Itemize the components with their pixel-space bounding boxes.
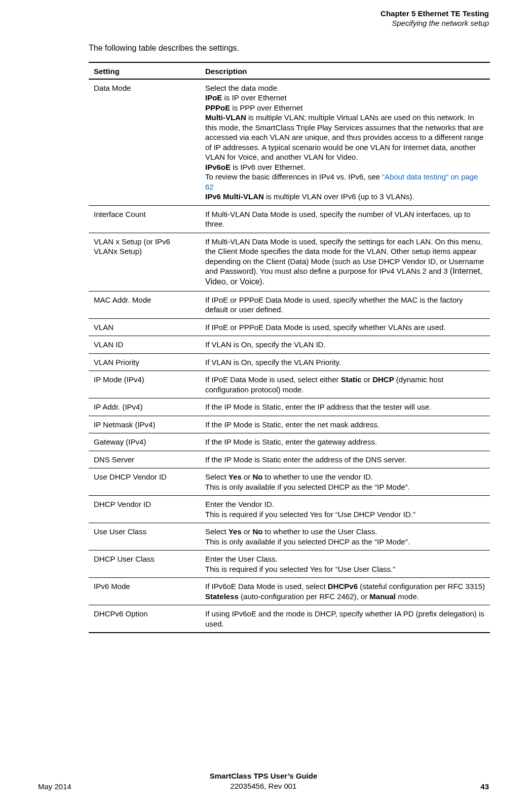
footer-center: SmartClass TPS User’s Guide 22035456, Re…: [38, 771, 489, 791]
setting-name: Use DHCP Vendor ID: [89, 468, 200, 496]
page-footer: SmartClass TPS User’s Guide 22035456, Re…: [38, 771, 489, 791]
setting-desc: If IPv6oE Data Mode is used, select DHCP…: [200, 578, 490, 605]
setting-desc: If IPoE or PPPoE Data Mode is used, spec…: [200, 318, 490, 336]
setting-name: Interface Count: [89, 205, 200, 233]
col-description: Description: [200, 62, 490, 79]
table-row: IPv6 Mode If IPv6oE Data Mode is used, s…: [89, 578, 490, 605]
table-row: Data Mode Select the data mode. IPoE is …: [89, 79, 490, 206]
setting-desc: If Multi-VLAN Data Mode is used, specify…: [200, 233, 490, 291]
setting-name: IPv6 Mode: [89, 578, 200, 605]
setting-desc: Enter the Vendor ID. This is required if…: [200, 496, 490, 523]
setting-name: MAC Addr. Mode: [89, 291, 200, 318]
table-row: Use User Class Select Yes or No to wheth…: [89, 523, 490, 551]
page-header: Chapter 5 Ethernet TE Testing Specifying…: [38, 9, 489, 28]
setting-desc: Select Yes or No to whether to use the v…: [200, 468, 490, 496]
setting-name: DNS Server: [89, 451, 200, 468]
page-number: 43: [480, 782, 489, 791]
setting-name: Gateway (IPv4): [89, 433, 200, 451]
footer-date: May 2014: [38, 782, 71, 791]
section-title: Specifying the network setup: [38, 19, 489, 28]
table-row: Gateway (IPv4) If the IP Mode is Static,…: [89, 433, 490, 451]
table-row: DNS Server If the IP Mode is Static ente…: [89, 451, 490, 468]
setting-name: DHCP User Class: [89, 551, 200, 578]
setting-desc: If IPoE or PPPoE Data Mode is used, spec…: [200, 291, 490, 318]
setting-name: DHCP Vendor ID: [89, 496, 200, 523]
table-row: DHCP User Class Enter the User Class. Th…: [89, 551, 490, 578]
settings-table: Setting Description Data Mode Select the…: [89, 62, 490, 634]
chapter-title: Chapter 5 Ethernet TE Testing: [38, 9, 489, 19]
setting-name: VLAN: [89, 318, 200, 336]
setting-desc: Enter the User Class. This is required i…: [200, 551, 490, 578]
table-header-row: Setting Description: [89, 62, 490, 79]
table-row: VLAN Priority If VLAN is On, specify the…: [89, 353, 490, 371]
setting-desc: If the IP Mode is Static, enter the net …: [200, 416, 490, 433]
setting-name: Use User Class: [89, 523, 200, 551]
table-row: Use DHCP Vendor ID Select Yes or No to w…: [89, 468, 490, 496]
guide-title: SmartClass TPS User’s Guide: [38, 771, 489, 781]
setting-desc: If the IP Mode is Static, enter the gate…: [200, 433, 490, 451]
intro-text: The following table describes the settin…: [89, 44, 489, 53]
setting-desc: If the IP Mode is Static enter the addre…: [200, 451, 490, 468]
table-row: VLAN If IPoE or PPPoE Data Mode is used,…: [89, 318, 490, 336]
table-row: VLAN x Setup (or IPv6 VLANx Setup) If Mu…: [89, 233, 490, 291]
col-setting: Setting: [89, 62, 200, 79]
table-row: DHCPv6 Option If using IPv6oE and the mo…: [89, 605, 490, 633]
table-row: VLAN ID If VLAN is On, specify the VLAN …: [89, 336, 490, 354]
setting-name: VLAN Priority: [89, 353, 200, 371]
setting-name: VLAN ID: [89, 336, 200, 354]
page: Chapter 5 Ethernet TE Testing Specifying…: [0, 0, 532, 806]
setting-desc: If Multi-VLAN Data Mode is used, specify…: [200, 205, 490, 233]
setting-name: DHCPv6 Option: [89, 605, 200, 633]
setting-name: VLAN x Setup (or IPv6 VLANx Setup): [89, 233, 200, 291]
table-row: IP Netmask (IPv4) If the IP Mode is Stat…: [89, 416, 490, 433]
setting-desc: If VLAN is On, specify the VLAN ID.: [200, 336, 490, 354]
table-row: MAC Addr. Mode If IPoE or PPPoE Data Mod…: [89, 291, 490, 318]
setting-desc: If VLAN is On, specify the VLAN Priority…: [200, 353, 490, 371]
table-row: IP Mode (IPv4) If IPoE Data Mode is used…: [89, 371, 490, 398]
setting-name: Data Mode: [89, 79, 200, 206]
setting-name: IP Mode (IPv4): [89, 371, 200, 398]
table-row: IP Addr. (IPv4) If the IP Mode is Static…: [89, 398, 490, 416]
setting-desc: If IPoE Data Mode is used, select either…: [200, 371, 490, 398]
setting-desc: Select Yes or No to whether to use the U…: [200, 523, 490, 551]
setting-desc: If using IPv6oE and the mode is DHCP, sp…: [200, 605, 490, 633]
setting-name: IP Addr. (IPv4): [89, 398, 200, 416]
table-row: Interface Count If Multi-VLAN Data Mode …: [89, 205, 490, 233]
setting-name: IP Netmask (IPv4): [89, 416, 200, 433]
setting-desc: If the IP Mode is Static, enter the IP a…: [200, 398, 490, 416]
doc-number: 22035456, Rev 001: [38, 781, 489, 791]
table-row: DHCP Vendor ID Enter the Vendor ID. This…: [89, 496, 490, 523]
setting-desc: Select the data mode. IPoE is IP over Et…: [200, 79, 490, 206]
